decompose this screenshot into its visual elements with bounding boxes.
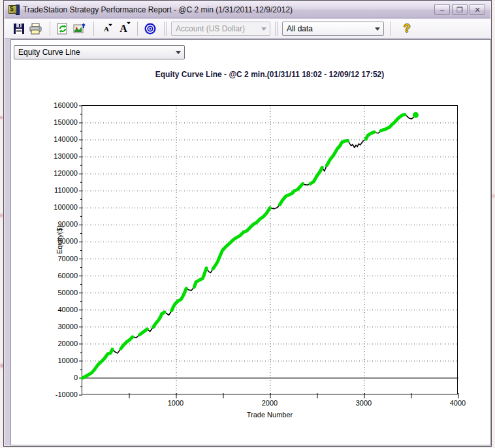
view-selector-combo[interactable]: Equity Curve Line [14, 45, 185, 59]
target-icon [144, 22, 157, 35]
toolbar-separator [50, 22, 50, 36]
y-tick-label: 90000 [39, 220, 78, 228]
toolbar-separator [137, 22, 138, 36]
chart-title: Equity Curve Line - @C 2 min.(01/31/11 1… [82, 70, 458, 79]
performance-report-window: $ TradeStation Strategy Performance Repo… [3, 0, 492, 447]
x-tick-label: 2000 [250, 399, 289, 407]
close-button[interactable]: ✕ [470, 4, 485, 15]
maximize-button[interactable]: ❐ [452, 4, 468, 15]
x-axis-title: Trade Number [82, 411, 458, 419]
y-tick-label: 120000 [39, 169, 78, 177]
chevron-down-icon [261, 27, 266, 31]
data-range-combo-value: All data [287, 24, 313, 33]
font-decrease-button[interactable]: A [99, 21, 114, 37]
close-icon: ✕ [474, 7, 480, 13]
minimize-button[interactable]: – [434, 4, 450, 15]
print-button[interactable] [28, 21, 44, 37]
y-tick-label: 80000 [39, 237, 78, 245]
account-combo-value: Account (US Dollar) [176, 24, 245, 33]
window-title: TradeStation Strategy Performance Report… [23, 5, 293, 14]
equity-curve-plot [82, 105, 458, 394]
y-tick-label: 130000 [39, 152, 78, 160]
y-tick-label: 70000 [39, 255, 78, 263]
y-tick-label: 0 [39, 374, 78, 381]
title-bar[interactable]: $ TradeStation Strategy Performance Repo… [5, 1, 490, 18]
export-image-button[interactable] [72, 21, 88, 37]
x-tick-label: 1000 [156, 399, 195, 407]
account-combo: Account (US Dollar) [171, 22, 270, 36]
save-icon [13, 23, 25, 35]
y-tick-label: 60000 [39, 272, 78, 280]
y-tick-label: 50000 [39, 289, 78, 296]
y-tick-label: 20000 [39, 340, 78, 347]
y-tick-label: 100000 [39, 203, 78, 211]
x-tick-label: 3000 [344, 399, 383, 407]
export-image-icon [73, 23, 86, 35]
toolbar-separator [391, 22, 391, 36]
target-button[interactable] [142, 21, 158, 37]
view-selector-value: Equity Curve Line [18, 48, 80, 57]
font-increase-button[interactable]: A [116, 21, 131, 37]
print-icon [29, 23, 42, 35]
y-tick-label: 150000 [39, 118, 78, 126]
app-icon: $ [8, 5, 20, 15]
report-panel: Equity Curve Line Equity Curve Line - @C… [10, 39, 491, 445]
help-button[interactable]: ? [404, 22, 410, 35]
maximize-icon: ❐ [456, 7, 463, 13]
refresh-report-button[interactable] [55, 21, 71, 37]
x-tick-label: 4000 [438, 399, 477, 407]
y-tick-label: 10000 [39, 357, 78, 364]
refresh-icon [57, 23, 69, 35]
chevron-down-icon [176, 51, 181, 54]
toolbar: A A Account (US Dollar) All data ? [5, 19, 490, 39]
minimize-icon: – [440, 7, 444, 13]
toolbar-separator [164, 22, 165, 36]
save-button[interactable] [11, 21, 27, 37]
chevron-down-icon [375, 27, 380, 31]
data-range-combo[interactable]: All data [282, 22, 384, 36]
font-increase-icon: A [120, 23, 127, 35]
font-decrease-icon: A [104, 25, 109, 33]
y-tick-label: 40000 [39, 306, 78, 313]
y-tick-label: 160000 [39, 101, 78, 109]
y-tick-label: -10000 [39, 391, 78, 398]
y-tick-label: 140000 [39, 135, 78, 143]
y-tick-label: 30000 [39, 323, 78, 330]
toolbar-separator [275, 22, 276, 36]
y-tick-label: 110000 [39, 186, 78, 194]
toolbar-separator [93, 22, 94, 36]
equity-curve-line [82, 106, 458, 395]
